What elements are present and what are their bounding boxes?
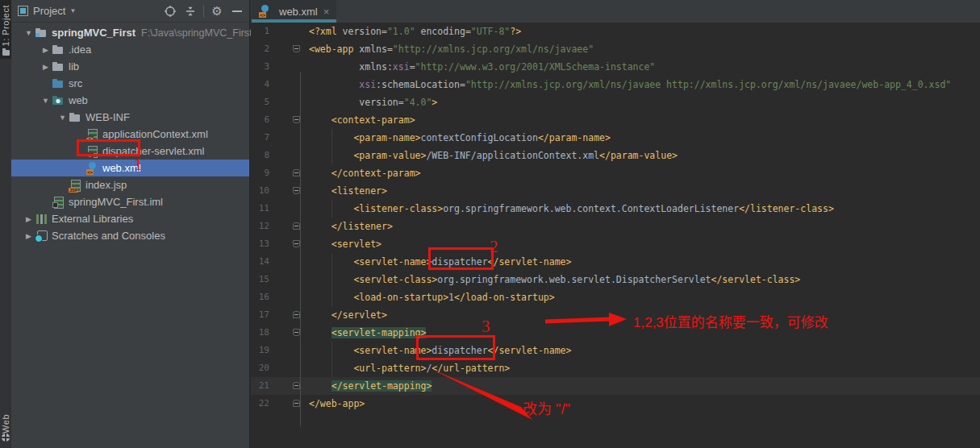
gutter-fold-column — [272, 342, 309, 359]
fold-marker-icon[interactable] — [293, 311, 300, 318]
chevron-right-icon[interactable]: ▶ — [23, 215, 35, 223]
code-line-15[interactable]: 15 <servlet-class>org.springframework.we… — [251, 271, 980, 288]
tree-label: Scratches and Consoles — [52, 230, 165, 242]
tool-stripe-project-button[interactable]: 1: Project — [0, 0, 11, 59]
scratches-icon — [35, 230, 48, 243]
code-text: <?xml version="1.0" encoding="UTF-8"?> — [309, 23, 521, 40]
line-number: 10 — [251, 182, 272, 200]
gutter-fold-column — [272, 164, 309, 182]
tree-row-index-jsp[interactable]: index.jsp — [11, 176, 249, 193]
code-line-7[interactable]: 7 <param-name>contextConfigLocation</par… — [251, 129, 980, 147]
tool-stripe-web-button[interactable]: Web — [0, 414, 11, 445]
code-line-16[interactable]: 16 <load-on-startup>1</load-on-startup> — [251, 288, 980, 306]
folder-icon — [52, 60, 65, 73]
code-line-11[interactable]: 11 <listener-class>org.springframework.w… — [251, 200, 980, 218]
code-line-13[interactable]: 13 <servlet> — [251, 235, 980, 253]
tree-row-web[interactable]: ▼web — [11, 92, 249, 109]
code-line-9[interactable]: 9 </context-param> — [251, 164, 980, 182]
collapse-all-icon[interactable] — [183, 4, 198, 19]
chevron-down-icon[interactable]: ▼ — [56, 114, 69, 122]
tree-row-src[interactable]: src — [11, 75, 249, 92]
src-folder-icon — [52, 77, 65, 90]
code-text: <load-on-startup>1</load-on-startup> — [309, 288, 555, 306]
fold-marker-icon[interactable] — [293, 329, 300, 336]
code-text: <param-value>/WEB-INF/applicationContext… — [309, 147, 678, 164]
project-panel-title[interactable]: Project — [33, 5, 65, 17]
code-area[interactable]: 1<?xml version="1.0" encoding="UTF-8"?>2… — [251, 23, 980, 448]
gutter-fold-column — [272, 235, 309, 253]
close-icon[interactable]: × — [323, 6, 330, 17]
code-line-2[interactable]: 2<web-app xmlns="http://xmlns.jcp.org/xm… — [251, 40, 980, 58]
fold-marker-icon[interactable] — [293, 382, 300, 389]
tree-row-web-inf[interactable]: ▼WEB-INF — [11, 109, 249, 126]
jsp-file-icon — [69, 179, 81, 192]
gutter-fold-column — [272, 253, 309, 271]
fold-marker-icon[interactable] — [293, 187, 300, 194]
fold-marker-icon[interactable] — [293, 116, 300, 123]
tree-row-idea[interactable]: ▶.idea — [11, 41, 249, 58]
line-number: 11 — [251, 200, 272, 218]
code-text: xmlns:xsi="http://www.w3.org/2001/XMLSch… — [309, 58, 655, 76]
chevron-right-icon[interactable]: ▶ — [40, 46, 52, 54]
code-text: <context-param> — [309, 111, 415, 129]
tree-row-external-libraries[interactable]: ▶External Libraries — [11, 210, 249, 227]
tree-row-springmvc-first-iml[interactable]: springMVC_First.iml — [11, 193, 249, 210]
code-text: version="4.0"> — [309, 93, 437, 111]
editor-tab-webxml[interactable]: web.xml × — [252, 0, 336, 23]
line-number: 14 — [251, 253, 272, 271]
code-line-21[interactable]: 21 </servlet-mapping> — [251, 377, 980, 395]
line-number: 2 — [251, 40, 272, 58]
code-line-3[interactable]: 3 xmlns:xsi="http://www.w3.org/2001/XMLS… — [251, 58, 980, 76]
gutter-fold-column — [272, 359, 309, 377]
code-line-4[interactable]: 4 xsi:schemaLocation="http://xmlns.jcp.o… — [251, 76, 980, 93]
tree-row-springmvc-first[interactable]: ▼springMVC_FirstF:\Java\springMVC_First — [11, 24, 249, 41]
globe-icon — [2, 433, 10, 442]
code-line-6[interactable]: 6 <context-param> — [251, 111, 980, 129]
code-text: </listener> — [309, 218, 393, 235]
chevron-right-icon[interactable]: ▶ — [40, 63, 52, 71]
gutter-fold-column — [272, 377, 309, 395]
tree-row-web-xml[interactable]: web.xml — [11, 160, 249, 176]
code-line-8[interactable]: 8 <param-value>/WEB-INF/applicationConte… — [251, 147, 980, 164]
code-text: </context-param> — [309, 164, 420, 182]
line-number: 4 — [251, 76, 272, 93]
tree-label: src — [69, 77, 82, 89]
project-path: F:\Java\springMVC_First — [141, 27, 252, 39]
line-number: 13 — [251, 235, 272, 253]
fold-marker-icon[interactable] — [293, 222, 300, 230]
code-line-18[interactable]: 18 <servlet-mapping> — [251, 324, 980, 342]
tree-row-scratches-and-consoles[interactable]: ▶Scratches and Consoles — [11, 227, 249, 244]
locate-icon[interactable] — [163, 4, 177, 19]
code-line-19[interactable]: 19 <servlet-name>dispatcher</servlet-nam… — [251, 342, 980, 359]
code-line-22[interactable]: 22</web-app> — [251, 395, 980, 413]
tree-row-dispatcher-servlet-xml[interactable]: dispatcher-servlet.xml — [11, 143, 249, 160]
line-number: 20 — [251, 359, 272, 377]
fold-marker-icon[interactable] — [293, 240, 300, 247]
chevron-right-icon[interactable]: ▶ — [23, 232, 35, 240]
fold-marker-icon[interactable] — [293, 169, 300, 176]
libraries-icon — [35, 213, 48, 226]
hide-panel-icon[interactable] — [230, 4, 244, 19]
chevron-down-icon[interactable]: ▼ — [69, 7, 76, 15]
line-number: 15 — [251, 271, 272, 288]
fold-marker-icon[interactable] — [293, 45, 300, 52]
tree-label: web — [69, 94, 88, 106]
chevron-down-icon[interactable]: ▼ — [40, 97, 52, 105]
fold-marker-icon[interactable] — [293, 400, 300, 407]
settings-gear-icon[interactable]: ⚙ — [210, 4, 224, 19]
code-text: <servlet-mapping> — [309, 324, 426, 342]
tree-row-applicationcontext-xml[interactable]: applicationContext.xml — [11, 126, 249, 143]
tool-stripe-project-label: 1: Project — [1, 5, 10, 46]
tree-row-lib[interactable]: ▶lib — [11, 58, 249, 75]
code-line-14[interactable]: 14 <servlet-name>dispatcher</servlet-nam… — [251, 253, 980, 271]
code-text: <param-name>contextConfigLocation</param… — [309, 129, 611, 147]
line-number: 21 — [251, 377, 272, 395]
code-line-20[interactable]: 20 <url-pattern>/</url-pattern> — [251, 359, 980, 377]
code-line-17[interactable]: 17 </servlet> — [251, 306, 980, 324]
code-line-1[interactable]: 1<?xml version="1.0" encoding="UTF-8"?> — [251, 23, 980, 40]
gutter-fold-column — [272, 40, 309, 58]
chevron-down-icon[interactable]: ▼ — [23, 29, 35, 37]
code-line-10[interactable]: 10 <listener> — [251, 182, 980, 200]
code-line-12[interactable]: 12 </listener> — [251, 218, 980, 235]
code-line-5[interactable]: 5 version="4.0"> — [251, 93, 980, 111]
